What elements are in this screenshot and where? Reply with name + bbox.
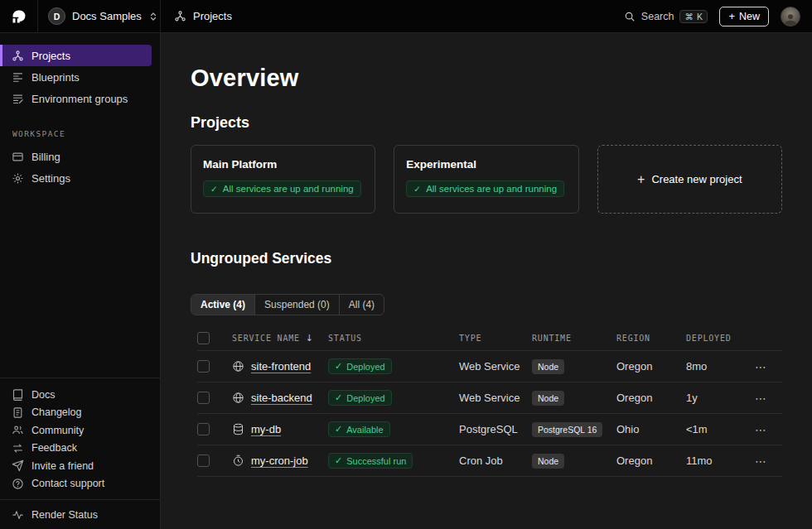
sidebar: Projects Blueprints Environment groups W… [0,33,161,529]
check-icon: ✓ [335,424,342,435]
check-icon: ✓ [210,184,218,194]
table-row: site-frontend ✓ Deployed Web Service Nod… [197,351,782,382]
sidebar-item-label: Feedback [31,442,77,454]
header-runtime: RUNTIME [532,334,616,343]
project-card-experimental[interactable]: Experimental ✓ All services are up and r… [394,145,578,214]
new-button-label: New [739,11,760,22]
blueprints-icon [12,71,24,84]
row-menu-button[interactable]: ⋯ [755,454,782,468]
sidebar-item-support[interactable]: Contact support [0,475,160,493]
render-logo[interactable] [0,0,38,33]
sidebar-item-projects[interactable]: Projects [0,45,152,66]
tab-all[interactable]: All (4) [340,295,384,315]
feedback-icon [12,442,24,454]
sidebar-item-label: Blueprints [31,71,80,84]
sidebar-item-invite[interactable]: Invite a friend [0,457,160,475]
status-badge: ✓ Deployed [328,358,392,374]
user-avatar-icon [783,14,798,26]
create-project-card[interactable]: + Create new project [597,145,782,214]
service-link[interactable]: my-db [251,423,281,435]
runtime-badge: Node [532,391,564,406]
workspace-section-label: WORKSPACE [12,129,147,138]
globe-icon [232,392,244,404]
sidebar-item-label: Contact support [31,478,104,489]
runtime-badge: Node [532,454,564,469]
topbar: D Docs Samples Projects Search ⌘ K [0,0,812,33]
ungrouped-services-heading: Ungrouped Services [191,250,782,267]
sidebar-item-environment-groups[interactable]: Environment groups [0,88,160,109]
search-shortcut: ⌘ K [679,10,708,23]
globe-icon [232,360,244,373]
row-menu-button[interactable]: ⋯ [755,423,782,436]
check-icon: ✓ [335,455,342,466]
sidebar-item-label: Environment groups [31,93,128,105]
runtime-badge: PostgreSQL 16 [532,422,602,437]
breadcrumb-label: Projects [193,10,232,22]
paper-plane-icon [12,459,24,472]
header-type: TYPE [459,334,532,343]
service-type: Cron Job [459,454,532,467]
service-region: Oregon [616,392,686,404]
header-deployed: DEPLOYED [686,334,754,343]
header-status: STATUS [328,334,459,343]
service-link[interactable]: site-frontend [251,360,311,373]
sidebar-item-community[interactable]: Community [0,421,160,440]
service-deployed: <1m [686,423,754,435]
service-region: Oregon [616,454,686,467]
sidebar-item-label: Docs [31,389,55,401]
sort-desc-icon: ↓ [306,333,314,344]
project-status-text: All services are up and running [426,184,557,194]
project-card-title: Experimental [406,158,566,171]
row-checkbox[interactable] [197,360,210,373]
check-icon: ✓ [413,184,421,194]
header-service-name[interactable]: SERVICE NAME ↓ [232,333,328,344]
sidebar-item-render-status[interactable]: Render Status [0,500,109,529]
table-row: my-db ✓ Available PostgreSQL PostgreSQL … [197,414,782,445]
main-content: Overview Projects Main Platform ✓ All se… [161,33,812,529]
tab-active[interactable]: Active (4) [191,295,255,315]
sidebar-item-billing[interactable]: Billing [0,146,160,167]
row-checkbox[interactable] [197,454,210,467]
gear-icon [12,172,24,185]
sidebar-item-docs[interactable]: Docs [0,386,160,404]
sidebar-item-label: Billing [31,151,60,163]
table-row: site-backend ✓ Deployed Web Service Node… [197,382,782,414]
sidebar-footer: Docs Changelog Community [0,378,160,499]
row-checkbox[interactable] [197,392,210,404]
project-status-badge: ✓ All services are up and running [203,180,361,197]
status-badge: ✓ Deployed [328,390,392,406]
tab-suspended[interactable]: Suspended (0) [255,295,340,315]
sidebar-item-blueprints[interactable]: Blueprints [0,66,160,88]
sidebar-item-label: Changelog [31,406,81,418]
sidebar-item-label: Invite a friend [31,460,94,472]
sidebar-item-settings[interactable]: Settings [0,167,160,189]
service-filter-tabs: Active (4) Suspended (0) All (4) [191,294,384,315]
row-menu-button[interactable]: ⋯ [755,360,782,373]
select-all-checkbox[interactable] [197,332,210,344]
database-icon [232,423,244,435]
row-menu-button[interactable]: ⋯ [755,392,782,405]
sidebar-item-changelog[interactable]: Changelog [0,404,160,422]
row-checkbox[interactable] [197,423,210,435]
sidebar-item-label: Settings [31,172,70,185]
project-status-badge: ✓ All services are up and running [406,180,564,197]
service-link[interactable]: my-cron-job [251,454,308,467]
render-status-bar: Render Status [0,499,160,529]
sidebar-item-feedback[interactable]: Feedback [0,440,160,458]
pulse-icon [12,508,24,521]
user-avatar[interactable] [781,7,800,26]
chevron-updown-icon [148,11,158,22]
project-card-main-platform[interactable]: Main Platform ✓ All services are up and … [191,145,375,214]
community-icon [12,424,24,436]
new-button[interactable]: + New [719,7,769,26]
sidebar-item-label: Render Status [31,509,98,521]
page-title: Overview [191,65,782,92]
table-header-row: SERVICE NAME ↓ STATUS TYPE RUNTIME REGIO… [197,326,782,351]
workspace-selector[interactable]: D Docs Samples [38,0,161,33]
search-icon [624,11,636,22]
breadcrumb-projects[interactable]: Projects [161,10,245,22]
check-icon: ✓ [335,392,342,403]
search-button[interactable]: Search ⌘ K [624,10,708,23]
service-link[interactable]: site-backend [251,392,312,404]
project-card-title: Main Platform [203,158,363,171]
